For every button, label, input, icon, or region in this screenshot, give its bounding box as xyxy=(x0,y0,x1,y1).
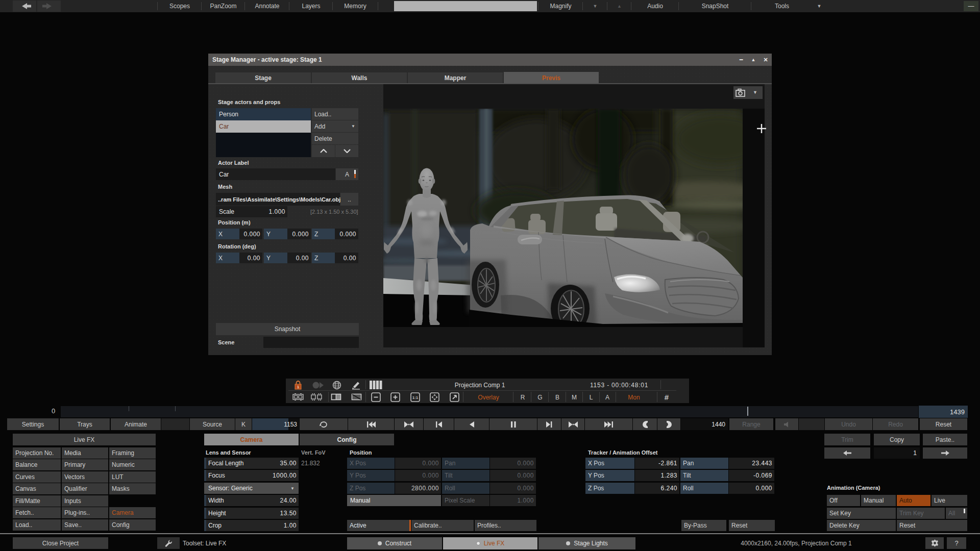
svg-text:1:1: 1:1 xyxy=(412,395,419,400)
svg-text:1: 1 xyxy=(297,385,300,389)
